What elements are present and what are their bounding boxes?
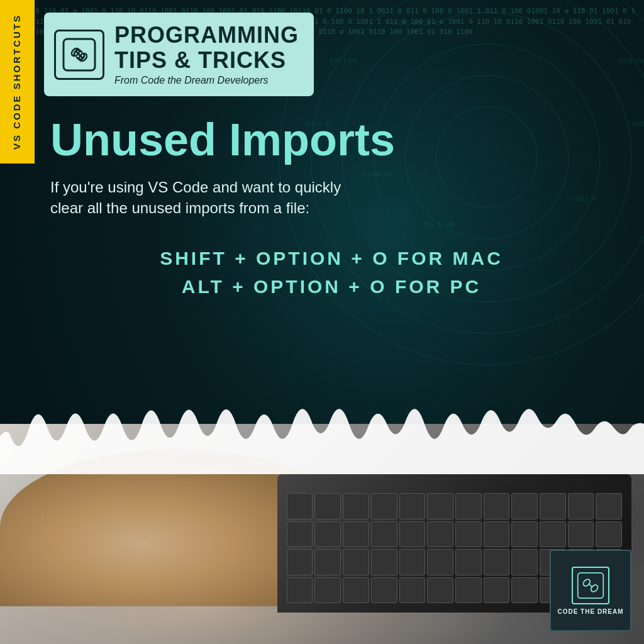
bottom-logo-icon [572,567,609,604]
main-content: Unused Imports If you're using VS Code a… [38,104,625,313]
left-banner: VS CODE SHORTCUTS [0,0,35,164]
torn-paper-effect [0,386,644,474]
description-line2: clear all the unused imports from a file… [50,199,309,216]
header-title-line2: TIPS & TRICKS [114,47,286,73]
header-title-line1: PROGRAMMING [114,22,299,48]
svg-point-21 [590,583,599,592]
main-container: 01001 10110 01 10 0110 1001 0110 100 100… [0,0,644,644]
logo-icon [54,30,104,80]
shortcut-mac: SHIFT + OPTION + O FOR MAC [50,244,613,272]
svg-point-20 [582,578,591,587]
description: If you're using VS Code and want to quic… [50,177,613,219]
description-line1: If you're using VS Code and want to quic… [50,179,341,196]
header-text-block: PROGRAMMING TIPS & TRICKS From Code the … [114,23,299,86]
bottom-logo-text: CODE THE DREAM [557,608,623,615]
header-title: PROGRAMMING TIPS & TRICKS [114,23,299,72]
shortcuts-block: SHIFT + OPTION + O FOR MAC ALT + OPTION … [50,244,613,301]
left-banner-text: VS CODE SHORTCUTS [12,14,23,150]
bottom-logo: CODE THE DREAM [550,550,631,631]
header-box: PROGRAMMING TIPS & TRICKS From Code the … [44,13,314,96]
header: PROGRAMMING TIPS & TRICKS From Code the … [44,13,631,96]
topic-title: Unused Imports [50,116,613,164]
header-subtitle: From Code the Dream Developers [114,75,299,86]
shortcut-pc: ALT + OPTION + O FOR PC [50,272,613,301]
